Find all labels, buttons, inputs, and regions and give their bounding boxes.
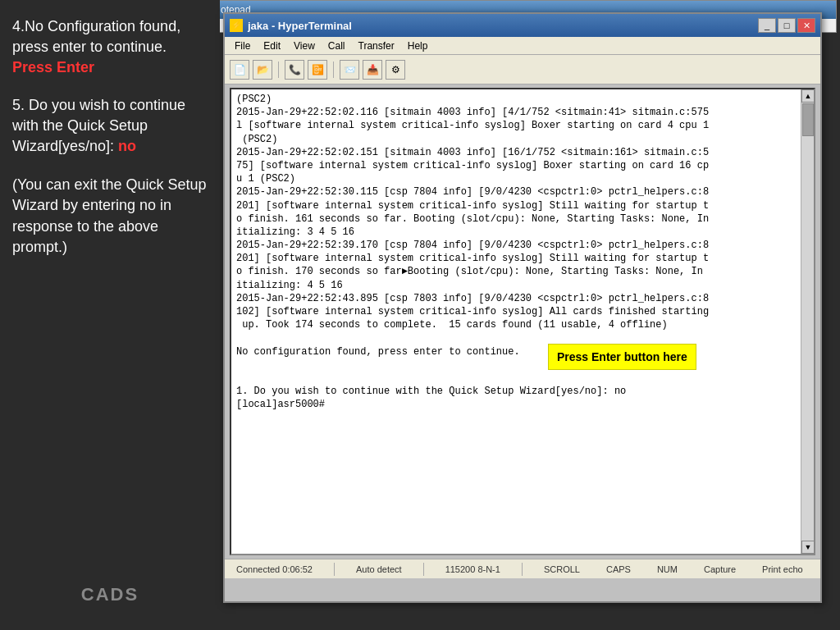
menu-help[interactable]: Help — [401, 39, 435, 53]
terminal-line: (PSC2) — [236, 93, 796, 106]
terminal-line: up. Took 174 seconds to complete. 15 car… — [236, 318, 796, 331]
status-print-echo: Print echo — [757, 563, 808, 576]
terminal-line: 2015-Jan-29+22:52:30.115 [csp 7804 info]… — [236, 185, 796, 199]
toolbar-open[interactable]: 📂 — [253, 60, 272, 80]
toolbar: 📄 📂 📞 📴 📨 📥 ⚙ — [225, 55, 820, 84]
window-controls: _ □ ✕ — [758, 18, 815, 33]
toolbar-send[interactable]: 📨 — [340, 60, 359, 80]
status-scroll: SCROLL — [539, 563, 585, 576]
window-title: jaka - HyperTerminal — [248, 20, 352, 32]
status-capture: Capture — [699, 563, 741, 576]
minimize-button[interactable]: _ — [758, 18, 776, 33]
terminal-line: 201] [software internal system critical-… — [236, 252, 796, 265]
toolbar-sep-1 — [278, 62, 279, 78]
answer-no: no — [118, 138, 136, 154]
scroll-thumb[interactable] — [802, 103, 814, 136]
instruction-note-text: (You can exit the Quick Setup Wizard by … — [12, 176, 206, 255]
terminal-prompt-line: [local]asr5000# — [236, 398, 796, 411]
status-connected: Connected 0:06:52 — [231, 563, 317, 576]
terminal-line — [236, 331, 796, 345]
terminal-line: o finish. 161 seconds so far. Booting (s… — [236, 212, 796, 226]
menu-bar: File Edit View Call Transfer Help — [225, 37, 820, 55]
status-bar: Connected 0:06:52 Auto detect 115200 8-N… — [225, 559, 820, 578]
terminal-area[interactable]: (PSC2) 2015-Jan-29+22:52:02.116 [sitmain… — [230, 88, 815, 555]
menu-transfer[interactable]: Transfer — [352, 39, 401, 53]
terminal-line: itializing: 4 5 16 — [236, 279, 796, 292]
instruction-5-text: 5. Do you wish to continue with the Quic… — [12, 97, 185, 154]
status-div-2 — [423, 563, 424, 576]
terminal-wizard-line: 1. Do you wish to continue with the Quic… — [236, 385, 796, 398]
instruction-block-5: 5. Do you wish to continue with the Quic… — [12, 95, 208, 158]
terminal-line: 201] [software internal system critical-… — [236, 199, 796, 212]
menu-file[interactable]: File — [228, 39, 257, 53]
terminal-line: 2015-Jan-29+22:52:43.895 [csp 7803 info]… — [236, 292, 796, 305]
terminal-line — [236, 358, 796, 372]
terminal-line: itializing: 3 4 5 16 — [236, 226, 796, 239]
status-caps: CAPS — [601, 563, 636, 576]
hyperterminal-window: ⚡ jaka - HyperTerminal _ □ ✕ File Edit V… — [223, 12, 822, 603]
instruction-block-4: 4.No Configuration found, press enter to… — [12, 16, 208, 79]
status-baud: 115200 8-N-1 — [441, 563, 505, 576]
title-bar-text: ⚡ jaka - HyperTerminal — [230, 19, 352, 32]
scroll-up-button[interactable]: ▲ — [801, 89, 815, 103]
terminal-line: (PSC2) — [236, 133, 796, 146]
maximize-button[interactable]: □ — [778, 18, 796, 33]
cads-label: CADS — [81, 584, 139, 605]
terminal-line — [236, 372, 796, 385]
instruction-panel: 4.No Configuration found, press enter to… — [0, 0, 220, 630]
instruction-4-text: 4.No Configuration found, press enter to… — [12, 18, 180, 75]
status-div-3 — [522, 563, 523, 576]
press-enter-label: Press Enter — [12, 59, 94, 75]
status-num: NUM — [652, 563, 682, 576]
status-div-1 — [334, 563, 335, 576]
toolbar-connect[interactable]: 📞 — [285, 60, 304, 80]
terminal-line: 102] [software internal system critical-… — [236, 305, 796, 318]
terminal-line: l [software internal system critical-inf… — [236, 119, 796, 132]
title-icon: ⚡ — [230, 19, 243, 32]
annotation-box: Press Enter button here — [548, 344, 696, 371]
status-auto-detect: Auto detect — [351, 563, 407, 576]
terminal-line: o finish. 170 seconds so far►Booting (sl… — [236, 265, 796, 278]
terminal-line: 2015-Jan-29+22:52:02.151 [sitmain 4003 i… — [236, 146, 796, 159]
toolbar-receive[interactable]: 📥 — [363, 60, 382, 80]
terminal-line: 2015-Jan-29+22:52:02.116 [sitmain 4003 i… — [236, 106, 796, 119]
scroll-down-button[interactable]: ▼ — [801, 541, 815, 554]
terminal-line: u 1 (PSC2) — [236, 172, 796, 185]
toolbar-new[interactable]: 📄 — [230, 60, 249, 80]
terminal-output: (PSC2) 2015-Jan-29+22:52:02.116 [sitmain… — [231, 89, 801, 554]
toolbar-disconnect[interactable]: 📴 — [308, 60, 327, 80]
menu-call[interactable]: Call — [322, 39, 352, 53]
terminal-scrollbar[interactable]: ▲ ▼ — [801, 89, 814, 554]
terminal-line: 75] [software internal system critical-i… — [236, 159, 796, 172]
menu-edit[interactable]: Edit — [257, 39, 287, 53]
menu-view[interactable]: View — [287, 39, 322, 53]
close-button[interactable]: ✕ — [797, 18, 815, 33]
title-bar: ⚡ jaka - HyperTerminal _ □ ✕ — [225, 14, 820, 37]
toolbar-sep-2 — [333, 62, 334, 78]
toolbar-properties[interactable]: ⚙ — [386, 60, 405, 80]
terminal-line: 2015-Jan-29+22:52:39.170 [csp 7804 info]… — [236, 239, 796, 252]
annotation-text: Press Enter button here — [557, 350, 687, 363]
terminal-press-enter-line: No configuration found, press enter to c… — [236, 345, 796, 358]
instruction-block-note: (You can exit the Quick Setup Wizard by … — [12, 175, 208, 258]
